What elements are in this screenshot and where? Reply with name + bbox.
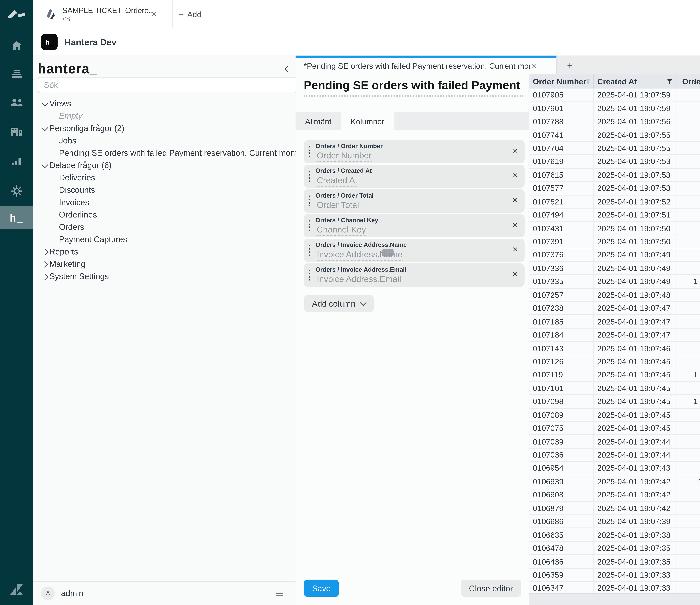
table-row[interactable]: 0107577 2025-04-01 19:07:53 285,47 SE Ka… xyxy=(529,182,700,195)
customers-icon[interactable] xyxy=(0,91,33,115)
table-row[interactable]: 0107185 2025-04-01 19:07:47 581,32 SE Fe… xyxy=(529,315,700,329)
column-chip[interactable]: Orders / Created At Created At × xyxy=(304,165,525,188)
table-row[interactable]: 0107521 2025-04-01 19:07:52 451,02 SE Hu… xyxy=(529,195,700,209)
table-row[interactable]: 0106635 2025-04-01 19:07:38 638,7 SE Gus… xyxy=(529,529,700,542)
drag-handle-icon[interactable] xyxy=(308,171,310,182)
nav-tree-item[interactable]: Delade frågor (6) xyxy=(33,159,296,171)
column-chip[interactable]: Orders / Invoice Address.Name Invoice Ad… xyxy=(304,239,525,262)
table-row[interactable]: 0106359 2025-04-01 19:07:33 692,12 SE Li… xyxy=(529,568,700,582)
nav-tree-item[interactable]: Marketing xyxy=(33,258,296,270)
table-row[interactable]: 0107431 2025-04-01 19:07:50 460,27 SE Pi… xyxy=(529,222,700,235)
remove-column-icon[interactable]: × xyxy=(512,171,518,180)
table-row[interactable]: 0106347 2025-04-01 19:07:33 241,51 SE Ar… xyxy=(529,582,700,594)
close-view-tab-icon[interactable]: × xyxy=(531,61,536,70)
view-title-input[interactable]: Pending SE orders with failed Payment re… xyxy=(304,79,523,97)
column-header[interactable]: Order Total xyxy=(675,74,700,89)
nav-tree-item[interactable]: Personliga frågor (2) xyxy=(33,122,296,135)
table-row[interactable]: 0107075 2025-04-01 19:07:45 497,87 SE Su… xyxy=(529,422,700,435)
table-row[interactable]: 0107376 2025-04-01 19:07:49 397,72 SE He… xyxy=(529,248,700,262)
save-button[interactable]: Save xyxy=(304,580,339,597)
remove-column-icon[interactable]: × xyxy=(512,195,518,204)
drag-handle-icon[interactable] xyxy=(308,146,310,157)
nav-tree-item[interactable]: Orders xyxy=(33,221,296,233)
remove-column-icon[interactable]: × xyxy=(512,146,518,155)
table-row[interactable]: 0107788 2025-04-01 19:07:56 744,19 SE Li… xyxy=(529,115,700,128)
table-row[interactable]: 0107257 2025-04-01 19:07:48 878,32 SE Mo… xyxy=(529,289,700,302)
drag-handle-icon[interactable] xyxy=(308,245,310,256)
nav-tree-item[interactable]: Payment Captures xyxy=(33,233,296,245)
column-header[interactable]: Order Number xyxy=(529,74,594,89)
filter-icon[interactable] xyxy=(585,78,591,84)
table-row[interactable]: 0107089 2025-04-01 19:07:45 790,21 SE Ma… xyxy=(529,409,700,422)
table-row[interactable]: 0107184 2025-04-01 19:07:47 907,5 SE Gun… xyxy=(529,329,700,342)
editor-tab[interactable]: Allmänt xyxy=(296,112,341,130)
close-editor-button[interactable]: Close editor xyxy=(461,580,521,597)
column-chip[interactable]: Orders / Order Total Order Total × xyxy=(304,189,525,213)
drag-handle-icon[interactable] xyxy=(308,220,310,231)
organizations-icon[interactable] xyxy=(0,120,33,143)
column-header[interactable]: Created At xyxy=(594,74,675,89)
home-icon[interactable] xyxy=(0,33,33,57)
nav-tree-item[interactable]: Views xyxy=(33,97,296,110)
table-row[interactable]: 0107119 2025-04-01 19:07:45 1 021,67 SE … xyxy=(529,368,700,382)
table-row[interactable]: 0106879 2025-04-01 19:07:42 683,21 SE Al… xyxy=(529,502,700,515)
tickets-icon[interactable] xyxy=(0,63,33,86)
nav-tree-item[interactable]: Empty xyxy=(33,110,296,122)
table-row[interactable]: 0106686 2025-04-01 19:07:39 744,84 SE Si… xyxy=(529,515,700,528)
table-row[interactable]: 0106954 2025-04-01 19:07:43 704,72 SE Da… xyxy=(529,462,700,475)
rail-item-hantera-app[interactable]: h_ xyxy=(0,206,33,229)
remove-column-icon[interactable]: × xyxy=(512,245,518,254)
table-row[interactable]: 0107238 2025-04-01 19:07:47 318,33 SE Em… xyxy=(529,302,700,315)
chip-field-input[interactable]: Invoice Address.Email xyxy=(317,274,401,285)
nav-tree-item[interactable]: Pending SE orders with failed Payment re… xyxy=(33,147,296,159)
admin-gear-icon[interactable] xyxy=(0,179,33,202)
table-row[interactable]: 0107101 2025-04-01 19:07:45 553,79 SE Ol… xyxy=(529,382,700,395)
chip-field-input[interactable]: Order Number xyxy=(317,151,372,162)
chip-field-input[interactable]: Order Total xyxy=(317,200,359,211)
table-row[interactable]: 0107391 2025-04-01 19:07:50 509,85 SE An… xyxy=(529,235,700,248)
close-tab-icon[interactable]: × xyxy=(151,10,157,19)
table-row[interactable]: 0107098 2025-04-01 19:07:45 1 724,01 SE … xyxy=(529,395,700,409)
table-row[interactable]: 0107615 2025-04-01 19:07:53 154,85 SE Ga… xyxy=(529,168,700,182)
table-row[interactable]: 0107619 2025-04-01 19:07:53 312,77 SE Ji… xyxy=(529,155,700,168)
table-row[interactable]: 0106478 2025-04-01 19:07:35 792,13 SE Ma… xyxy=(529,542,700,555)
menu-icon[interactable] xyxy=(276,590,283,596)
view-tab[interactable]: *Pending SE orders with failed Payment r… xyxy=(296,55,557,74)
remove-column-icon[interactable]: × xyxy=(512,270,518,279)
nav-tree-item[interactable]: Discounts xyxy=(33,184,296,196)
table-row[interactable]: 0106436 2025-04-01 19:07:35 86,81 SE Car… xyxy=(529,555,700,568)
workspace-logo-icon[interactable] xyxy=(0,3,33,26)
remove-column-icon[interactable]: × xyxy=(512,220,518,229)
nav-search-input[interactable] xyxy=(38,77,296,93)
nav-tree-item[interactable]: System Settings xyxy=(33,270,296,283)
column-chip[interactable]: Orders / Channel Key Channel Key × xyxy=(304,214,525,237)
table-row[interactable]: 0107704 2025-04-01 19:07:55 322,28 SE Mo… xyxy=(529,142,700,155)
table-row[interactable]: 0106908 2025-04-01 19:07:42 628,69 SE Ka… xyxy=(529,488,700,502)
column-chip[interactable]: Orders / Invoice Address.Email Invoice A… xyxy=(304,263,525,287)
nav-tree-item[interactable]: Reports xyxy=(33,245,296,258)
column-chip[interactable]: Orders / Order Number Order Number × xyxy=(304,140,525,163)
add-column-button[interactable]: Add column xyxy=(304,295,374,312)
chip-field-input[interactable]: Created At xyxy=(317,176,357,187)
ticket-tab[interactable]: SAMPLE TICKET: Ordere... #8 × xyxy=(38,0,173,28)
table-row[interactable]: 0107143 2025-04-01 19:07:46 328,21 SE Ol… xyxy=(529,342,700,355)
drag-handle-icon[interactable] xyxy=(308,195,310,207)
chip-field-input[interactable]: Channel Key xyxy=(317,225,366,236)
table-row[interactable]: 0107126 2025-04-01 19:07:45 948,35 SE Bj… xyxy=(529,355,700,368)
nav-tree-item[interactable]: Jobs xyxy=(33,135,296,147)
table-row[interactable]: 0107335 2025-04-01 19:07:49 1 143,84 SE … xyxy=(529,275,700,289)
new-view-tab-button[interactable]: + xyxy=(563,55,577,74)
reporting-icon[interactable] xyxy=(0,149,33,172)
collapse-sidebar-icon[interactable] xyxy=(284,65,291,72)
nav-tree-item[interactable]: Orderlines xyxy=(33,209,296,221)
table-row[interactable]: 0107901 2025-04-01 19:07:59 1 678 SE Fri… xyxy=(529,102,700,115)
drag-handle-icon[interactable] xyxy=(308,270,310,281)
table-row[interactable]: 0107905 2025-04-01 19:07:59 148,05 SE Ma… xyxy=(529,89,700,102)
filter-icon[interactable] xyxy=(667,78,673,84)
table-row[interactable]: 0107741 2025-04-01 19:07:55 321,98 SE Li… xyxy=(529,128,700,142)
table-row[interactable]: 0107336 2025-04-01 19:07:49 680,41 SE El… xyxy=(529,262,700,275)
table-row[interactable]: 0106939 2025-04-01 19:07:42 1 041,5 SE U… xyxy=(529,475,700,488)
editor-tab[interactable]: Kolumner xyxy=(341,112,394,130)
table-row[interactable]: 0107036 2025-04-01 19:07:44 670,63 SE Sa… xyxy=(529,449,700,462)
add-tab-button[interactable]: + Add xyxy=(178,0,201,28)
